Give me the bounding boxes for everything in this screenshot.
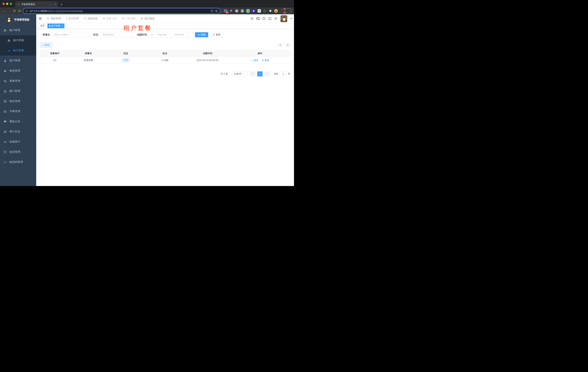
sidebar-logo[interactable]: 芋道管理系统	[0, 14, 36, 25]
browser-tab[interactable]: 芋道管理系统 ×	[15, 1, 58, 7]
chevron-up-icon	[32, 29, 33, 31]
tab-close-icon[interactable]: ×	[55, 3, 56, 6]
tag-tenant-package[interactable]: 租户套餐 ×	[47, 23, 64, 28]
extension-monkey-icon[interactable]: 10	[224, 9, 227, 13]
nav-item-infrastructure[interactable]: 基础设施	[81, 14, 100, 23]
sidebar: 芋道管理系统 租户管理 租户列表 租户套餐	[0, 14, 36, 186]
briefcase-icon	[122, 17, 124, 20]
next-page-button[interactable]	[264, 71, 270, 76]
create-time-label: 创建时间	[137, 33, 147, 36]
minimize-window-button[interactable]	[6, 3, 8, 5]
status-select[interactable]: 请选择状态	[100, 32, 134, 38]
search-button[interactable]: 搜索	[195, 32, 208, 37]
table-row[interactable]: 111 普通套餐 开启 小功能 2022-02-22 00:54:00 修改	[40, 57, 290, 64]
page-size-select[interactable]: 10条/页	[231, 71, 248, 76]
sidebar-item-sms-management[interactable]: 短信管理	[0, 147, 36, 157]
sidebar-item-role-management[interactable]: 角色管理	[0, 66, 36, 76]
top-nav-menu: 系统管理 ¥ 支付管理 基础设施 研发工具	[44, 14, 157, 23]
search-icon[interactable]	[250, 17, 254, 20]
sidebar-item-post-management[interactable]: 岗位管理	[0, 96, 36, 106]
prev-page-button[interactable]	[250, 71, 255, 76]
package-name-label: 套餐名	[42, 33, 50, 36]
extension-gem-icon[interactable]	[229, 9, 233, 13]
sidebar-item-tenant-management[interactable]: 租户管理	[0, 25, 36, 35]
goto-page-input[interactable]: 1	[280, 71, 287, 76]
logo-title: 芋道管理系统	[14, 18, 29, 21]
close-window-button[interactable]	[2, 3, 5, 5]
new-tab-button[interactable]: +	[61, 3, 63, 6]
refresh-table-button[interactable]	[285, 43, 290, 48]
start-date-placeholder[interactable]: 开始日期	[153, 33, 170, 36]
forward-icon[interactable]: →	[7, 10, 12, 12]
sidebar-item-tenant-package[interactable]: 租户套餐	[0, 45, 36, 56]
sidebar-item-dict-management[interactable]: 字典管理	[0, 106, 36, 117]
sidebar-submenu-tenant: 租户列表 租户套餐	[0, 35, 36, 56]
reset-button[interactable]: 重置	[210, 32, 223, 37]
github-icon[interactable]	[256, 17, 260, 20]
browser-menu-icon[interactable]	[290, 10, 290, 12]
cell-status: 开启	[107, 58, 145, 63]
date-range-picker[interactable]: 开始日期 - 结束日期	[149, 32, 189, 38]
nav-item-dev-tools[interactable]: 研发工具	[100, 14, 119, 23]
tag-close-icon[interactable]: ×	[61, 25, 63, 27]
extension-shield-icon[interactable]	[252, 9, 255, 13]
font-size-icon[interactable]: ᴛT	[274, 17, 277, 20]
sidebar-item-audit-log[interactable]: 审计日志	[0, 127, 36, 137]
help-icon[interactable]	[262, 17, 266, 20]
show-search-button[interactable]	[278, 43, 283, 48]
extension-y-icon[interactable]: Y	[246, 9, 250, 13]
share-icon[interactable]	[210, 10, 213, 12]
sidebar-item-online-users[interactable]: 在线用户	[0, 137, 36, 147]
delete-link[interactable]: 删除	[262, 59, 269, 62]
edit-link[interactable]: 修改	[251, 59, 258, 62]
sidebar-item-label: 租户列表	[13, 39, 33, 42]
extension-star-icon[interactable]	[263, 9, 267, 13]
status-label: 状态	[93, 33, 98, 36]
home-icon[interactable]	[17, 10, 22, 12]
avatar-dropdown-icon[interactable]	[290, 18, 292, 19]
tag-home[interactable]: 首页	[39, 23, 46, 28]
extensions-puzzle-icon[interactable]	[269, 9, 272, 13]
status-badge[interactable]: 开启	[122, 58, 130, 63]
sidebar-item-menu-management[interactable]: 菜单管理	[0, 76, 36, 86]
page-number-1[interactable]: 1	[257, 71, 262, 76]
extension-recorder-icon[interactable]	[241, 9, 244, 13]
extension-command-icon[interactable]: ⌘	[235, 9, 239, 13]
fullscreen-icon[interactable]	[268, 17, 272, 20]
user-avatar[interactable]	[280, 15, 287, 22]
col-header-create-time: 创建时间	[185, 52, 230, 55]
browser-update-button[interactable]: 更新	[281, 9, 292, 13]
back-icon[interactable]: ←	[2, 10, 7, 12]
nav-item-payment-management[interactable]: ¥ 支付管理	[63, 14, 81, 23]
address-bar[interactable]: 127.0.0.1:48080/admin-ui/system/tenant/p…	[23, 8, 220, 13]
add-button[interactable]: + 新增	[40, 43, 52, 48]
briefcase-icon	[103, 17, 105, 20]
chevron-down-icon	[32, 151, 33, 153]
nav-item-statistics-report[interactable]: 统计报表	[138, 14, 157, 23]
reload-icon[interactable]	[12, 10, 17, 12]
site-info-icon[interactable]	[25, 10, 28, 12]
nav-item-system-management[interactable]: 系统管理	[44, 14, 63, 23]
bookmark-star-icon[interactable]	[215, 10, 218, 12]
extension-chat-icon[interactable]	[257, 9, 261, 13]
nav-item-label: 工作流程	[126, 17, 136, 20]
sidebar-item-error-code-management[interactable]: 错误码管理	[0, 157, 36, 167]
package-name-input[interactable]: 请输入套餐名	[52, 32, 90, 38]
zoom-window-button[interactable]	[10, 3, 12, 5]
sidebar-item-label: 短信管理	[10, 150, 32, 154]
reset-button-label: 重置	[216, 33, 220, 36]
monitor-icon	[84, 17, 86, 20]
sidebar-item-label: 审计日志	[10, 130, 32, 133]
sidebar-item-dept-management[interactable]: 部门管理	[0, 86, 36, 96]
sidebar-item-notice[interactable]: 通知公告	[0, 117, 36, 127]
end-date-placeholder[interactable]: 结束日期	[171, 33, 188, 36]
extension-emoji-icon[interactable]	[274, 9, 278, 13]
sidebar-item-user-management[interactable]: 用户管理	[0, 56, 36, 66]
sidebar-item-label: 租户套餐	[13, 49, 33, 52]
nav-item-workflow[interactable]: 工作流程	[119, 14, 138, 23]
shield-check-icon	[4, 150, 7, 154]
delete-link-label: 删除	[264, 59, 269, 62]
sidebar-collapse-icon[interactable]	[36, 17, 44, 20]
plus-icon: +	[42, 44, 44, 47]
sidebar-item-tenant-list[interactable]: 租户列表	[0, 35, 36, 45]
